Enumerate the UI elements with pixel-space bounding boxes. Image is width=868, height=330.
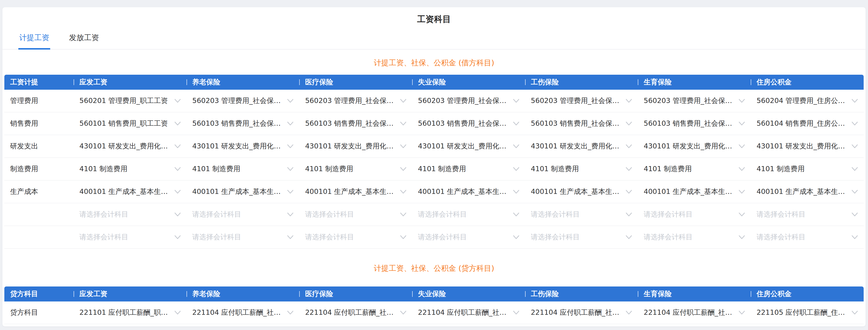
account-select[interactable]: 560204 管理费用_住房公积金 [756, 96, 858, 106]
chevron-down-icon [851, 190, 858, 194]
chevron-down-icon [626, 235, 632, 239]
account-select[interactable]: 430101 研发支出_费用化支出 [756, 141, 858, 151]
account-select[interactable]: 430101 研发支出_费用化支出 [531, 141, 632, 151]
table-cell: 560103 销售费用_社会保险费 [299, 119, 412, 128]
account-select[interactable]: 4101 制造费用 [305, 164, 406, 174]
account-select[interactable]: 请选择会计科目 [531, 210, 632, 219]
table-row: 贷方科目221101 应付职工薪酬_职工...221104 应付职工薪酬_社会.… [4, 301, 864, 324]
chevron-down-icon [400, 99, 406, 103]
account-select[interactable]: 560103 销售费用_社会保险费 [418, 119, 519, 128]
column-header: 住房公积金 [751, 289, 864, 299]
table-cell: 221104 应付职工薪酬_社会... [412, 308, 525, 318]
account-select[interactable]: 221104 应付职工薪酬_社会... [418, 308, 519, 318]
account-select[interactable]: 请选择会计科目 [418, 210, 519, 219]
account-select[interactable]: 221101 应付职工薪酬_职工... [80, 308, 181, 318]
account-select[interactable]: 560103 销售费用_社会保险费 [305, 119, 406, 128]
account-select[interactable]: 请选择会计科目 [644, 210, 745, 219]
account-select[interactable]: 430101 研发支出_费用化支出 [192, 141, 294, 151]
chevron-down-icon [851, 213, 858, 217]
account-select[interactable]: 560103 销售费用_社会保险费 [644, 119, 745, 128]
account-select-value: 4101 制造费用 [192, 164, 244, 174]
account-select[interactable]: 560203 管理费用_社会保险费 [305, 96, 406, 106]
account-select[interactable]: 4101 制造费用 [418, 164, 519, 174]
account-select[interactable]: 560203 管理费用_社会保险费 [644, 96, 745, 106]
account-select-placeholder: 请选择会计科目 [192, 232, 245, 242]
account-select[interactable]: 560203 管理费用_社会保险费 [418, 96, 519, 106]
account-select[interactable]: 221105 应付职工薪酬_住房... [756, 308, 858, 318]
account-select[interactable]: 560103 销售费用_社会保险费 [531, 119, 632, 128]
account-select[interactable]: 请选择会计科目 [644, 232, 745, 242]
account-select[interactable]: 221104 应付职工薪酬_社会... [305, 308, 406, 318]
account-select-value: 221104 应付职工薪酬_社会... [305, 308, 400, 318]
table-cell: 请选择会计科目 [187, 210, 300, 219]
tab-paid-salary[interactable]: 发放工资 [68, 30, 100, 49]
account-select-value: 400101 生产成本_基本生产... [644, 187, 739, 197]
account-select[interactable]: 4101 制造费用 [192, 164, 294, 174]
account-select[interactable]: 430101 研发支出_费用化支出 [418, 141, 519, 151]
chevron-down-icon [400, 167, 406, 171]
table-cell: 430101 研发支出_费用化支出 [751, 141, 864, 151]
table-cell: 560203 管理费用_社会保险费 [525, 96, 638, 106]
account-select[interactable]: 请选择会计科目 [418, 232, 519, 242]
account-select[interactable]: 560203 管理费用_社会保险费 [531, 96, 632, 106]
account-select-placeholder: 请选择会计科目 [80, 232, 132, 242]
account-select[interactable]: 4101 制造费用 [531, 164, 632, 174]
account-select[interactable]: 请选择会计科目 [80, 232, 181, 242]
account-select[interactable]: 221104 应付职工薪酬_社会... [531, 308, 632, 318]
account-select[interactable]: 4101 制造费用 [80, 164, 181, 174]
account-select[interactable]: 4101 制造费用 [644, 164, 745, 174]
chevron-down-icon [851, 99, 858, 103]
account-select[interactable]: 400101 生产成本_基本生产... [644, 187, 745, 197]
account-select[interactable]: 430101 研发支出_费用化支出 [305, 141, 406, 151]
account-select[interactable]: 请选择会计科目 [531, 232, 632, 242]
account-select[interactable]: 请选择会计科目 [756, 232, 858, 242]
account-select-placeholder: 请选择会计科目 [305, 210, 358, 219]
table-cell: 请选择会计科目 [751, 232, 864, 242]
account-select[interactable]: 400101 生产成本_基本生产... [192, 187, 294, 197]
account-select-value: 400101 生产成本_基本生产... [418, 187, 513, 197]
table-cell: 430101 研发支出_费用化支出 [187, 141, 300, 151]
table-cell: 400101 生产成本_基本生产... [299, 187, 412, 197]
account-select[interactable]: 400101 生产成本_基本生产... [756, 187, 858, 197]
account-select[interactable]: 请选择会计科目 [305, 232, 406, 242]
account-select[interactable]: 400101 生产成本_基本生产... [418, 187, 519, 197]
account-select[interactable]: 560201 管理费用_职工工资 [80, 96, 181, 106]
account-select[interactable]: 221104 应付职工薪酬_社会... [192, 308, 294, 318]
account-select[interactable]: 400101 生产成本_基本生产... [305, 187, 406, 197]
account-select[interactable]: 4101 制造费用 [756, 164, 858, 174]
table-cell: 221104 应付职工薪酬_社会... [299, 308, 412, 318]
account-select-value: 400101 生产成本_基本生产... [756, 187, 851, 197]
account-select[interactable]: 请选择会计科目 [80, 210, 181, 219]
account-select-value: 221104 应付职工薪酬_社会... [418, 308, 513, 318]
column-header: 医疗保险 [299, 77, 412, 87]
tab-accrued-salary[interactable]: 计提工资 [18, 30, 50, 49]
account-select[interactable]: 560104 销售费用_住房公积金 [756, 119, 858, 128]
chevron-down-icon [287, 213, 293, 217]
account-select[interactable]: 560103 销售费用_社会保险费 [192, 119, 294, 128]
account-select[interactable]: 请选择会计科目 [192, 210, 294, 219]
account-select[interactable]: 430101 研发支出_费用化支出 [644, 141, 745, 151]
account-select-value: 560203 管理费用_社会保险费 [418, 96, 513, 106]
account-select[interactable]: 560101 销售费用_职工工资 [80, 119, 181, 128]
chevron-down-icon [513, 311, 519, 315]
account-select-value: 560103 销售费用_社会保险费 [192, 119, 287, 128]
account-select[interactable]: 请选择会计科目 [305, 210, 406, 219]
account-select[interactable]: 请选择会计科目 [756, 210, 858, 219]
account-select[interactable]: 221104 应付职工薪酬_社会... [644, 308, 745, 318]
account-select[interactable]: 400101 生产成本_基本生产... [531, 187, 632, 197]
chevron-down-icon [513, 235, 519, 239]
account-select[interactable]: 430101 研发支出_费用化支出 [80, 141, 181, 151]
table-cell: 请选择会计科目 [751, 210, 864, 219]
table-row: 生产成本400101 生产成本_基本生产...400101 生产成本_基本生产.… [4, 181, 864, 203]
account-select-value: 560103 销售费用_社会保险费 [305, 119, 400, 128]
row-label: 生产成本 [4, 187, 73, 197]
account-select[interactable]: 560203 管理费用_社会保险费 [192, 96, 294, 106]
tab-bar: 计提工资发放工资 [2, 30, 866, 50]
account-select-value: 4101 制造费用 [418, 164, 469, 174]
chevron-down-icon [513, 144, 519, 148]
table-cell: 4101 制造费用 [187, 164, 300, 174]
account-select[interactable]: 请选择会计科目 [192, 232, 294, 242]
table-cell: 221101 应付职工薪酬_职工... [73, 308, 187, 318]
chevron-down-icon [626, 311, 632, 315]
account-select[interactable]: 400101 生产成本_基本生产... [80, 187, 181, 197]
